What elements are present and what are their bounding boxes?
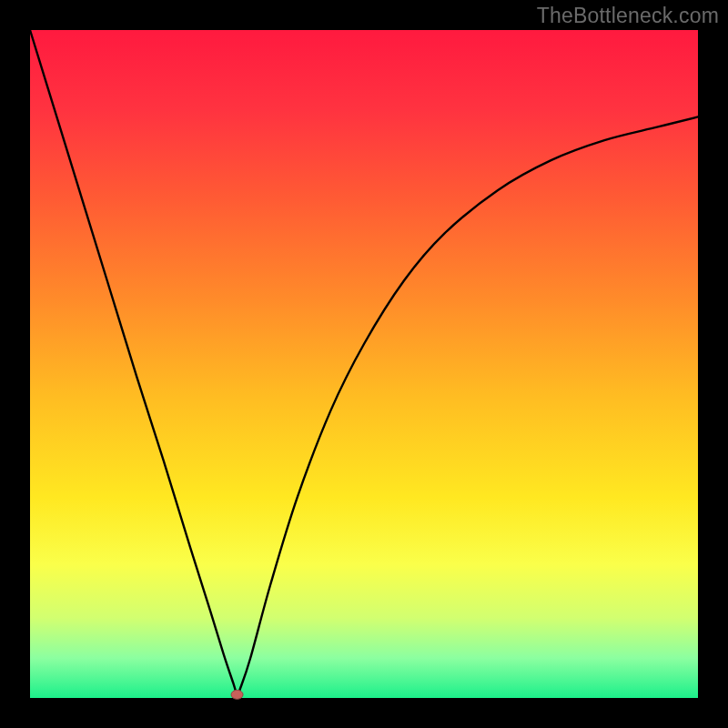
watermark-text: TheBottleneck.com <box>537 4 719 28</box>
chart-frame: TheBottleneck.com <box>0 0 728 728</box>
plot-background <box>30 30 698 698</box>
min-point-marker <box>231 690 243 699</box>
chart-svg <box>0 0 728 728</box>
